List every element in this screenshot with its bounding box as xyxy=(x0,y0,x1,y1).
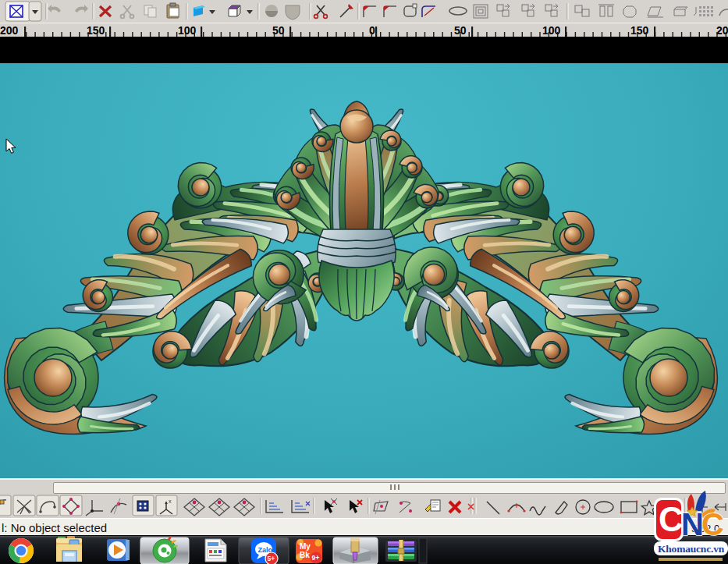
svg-text:C: C xyxy=(659,500,684,538)
svg-text:C: C xyxy=(701,507,724,541)
svg-text:N: N xyxy=(681,507,704,541)
svg-text:5+: 5+ xyxy=(268,555,275,562)
svg-text:x: x xyxy=(169,498,172,504)
svg-text:Bk: Bk xyxy=(300,551,310,559)
svg-text:9+: 9+ xyxy=(312,554,320,562)
svg-text:Khomaucnc.vn: Khomaucnc.vn xyxy=(658,543,725,555)
svg-text:My: My xyxy=(300,542,311,551)
